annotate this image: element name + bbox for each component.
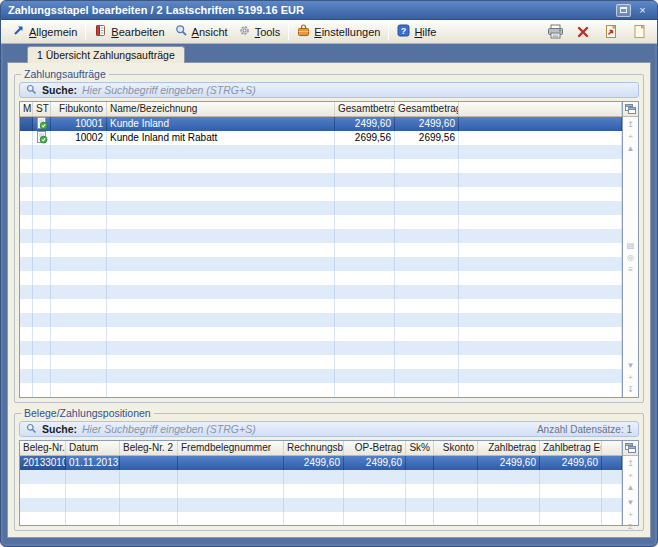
table-row-empty[interactable] <box>20 215 622 229</box>
cell <box>395 285 459 299</box>
sum-button[interactable]: Σ <box>628 521 633 532</box>
column-header-Zahlbetrag[interactable]: Zahlbetrag <box>478 441 540 455</box>
cell <box>51 257 107 271</box>
column-header-Beleg-Nr.[interactable]: Beleg-Nr. <box>20 441 66 455</box>
cell <box>284 512 344 525</box>
scroll-to-top-button[interactable]: ↥ <box>627 119 634 130</box>
append-row-button[interactable]: + <box>628 372 633 383</box>
table-row-empty[interactable] <box>20 299 622 313</box>
cell <box>33 299 51 313</box>
table-row-empty[interactable] <box>20 313 622 327</box>
insert-row-button[interactable]: + <box>628 470 633 481</box>
menu-tools[interactable]: Tools <box>233 22 286 41</box>
cell <box>434 498 478 512</box>
positions-grid-nav-strip: ↥ + ▲ ▼ + Σ <box>622 440 639 526</box>
move-down-button[interactable]: ▼ <box>627 497 635 508</box>
append-row-button[interactable]: + <box>628 509 633 520</box>
column-header-ST[interactable]: ST <box>33 102 51 116</box>
table-row-empty[interactable] <box>20 159 622 173</box>
table-row-empty[interactable] <box>20 243 622 257</box>
table-row-empty[interactable] <box>20 285 622 299</box>
sort-button[interactable]: ≡ <box>628 264 633 275</box>
cell <box>120 498 178 512</box>
table-row-empty[interactable] <box>20 355 622 369</box>
table-row-empty[interactable] <box>20 257 622 271</box>
cell <box>20 117 33 131</box>
column-header-Beleg-Nr. 2[interactable]: Beleg-Nr. 2 <box>120 441 178 455</box>
cell <box>20 173 33 187</box>
menu-ansicht[interactable]: Ansicht <box>170 22 233 41</box>
column-header-Name/Bezeichnung[interactable]: Name/Bezeichnung <box>107 102 335 116</box>
table-row-empty[interactable] <box>20 229 622 243</box>
menu-einstellungen[interactable]: Einstellungen <box>292 22 385 41</box>
delete-button[interactable] <box>574 23 592 41</box>
grid-view-button[interactable]: ▤ <box>627 240 635 251</box>
cell <box>459 257 622 271</box>
move-up-button[interactable]: ▲ <box>627 482 635 493</box>
cell <box>178 484 284 498</box>
scroll-to-top-button[interactable]: ↥ <box>627 458 634 469</box>
table-row-empty[interactable] <box>20 327 622 341</box>
cell <box>20 131 33 145</box>
column-header-Sk%[interactable]: Sk% <box>406 441 434 455</box>
table-row-empty[interactable] <box>20 383 622 397</box>
column-header-Gesamtbetrag[interactable]: Gesamtbetrag <box>335 102 395 116</box>
menu-allgemein[interactable]: Allgemein <box>7 22 82 41</box>
table-row-empty[interactable] <box>20 187 622 201</box>
table-row-empty[interactable] <box>20 341 622 355</box>
table-row-empty[interactable] <box>20 145 622 159</box>
table-row-empty[interactable] <box>20 271 622 285</box>
move-up-button[interactable]: ▲ <box>627 143 635 154</box>
close-window-button[interactable]: × <box>635 4 650 17</box>
table-row-empty[interactable] <box>20 512 622 525</box>
print-button[interactable] <box>546 23 564 41</box>
column-header-Fibukonto[interactable]: Fibukonto <box>51 102 107 116</box>
column-header-spacer[interactable] <box>459 102 622 116</box>
table-row[interactable]: 10001Kunde Inland2499,602499,60 <box>20 117 622 131</box>
table-row-empty[interactable] <box>20 498 622 512</box>
column-header-Skonto[interactable]: Skonto <box>434 441 478 455</box>
cell <box>395 145 459 159</box>
column-header-Gesamtbetrag Euro[interactable]: Gesamtbetrag Euro <box>395 102 459 116</box>
cell <box>20 285 33 299</box>
move-down-button[interactable]: ▼ <box>627 360 635 371</box>
table-row-empty[interactable] <box>20 369 622 383</box>
search-in-grid-button[interactable]: ◎ <box>627 252 634 263</box>
cell: 20133010 <box>20 456 66 470</box>
column-header-M[interactable]: M <box>20 102 33 116</box>
export-document-button[interactable] <box>602 23 620 41</box>
insert-row-button[interactable]: + <box>628 131 633 142</box>
content-area: 1 Übersicht Zahlungsaufträge Zahlungsauf… <box>1 44 657 546</box>
column-header-spacer[interactable] <box>602 441 622 455</box>
column-header-Rechnungsbetrag[interactable]: Rechnungsbetrag <box>284 441 344 455</box>
cell <box>395 215 459 229</box>
cell <box>602 484 622 498</box>
cell <box>20 229 33 243</box>
table-row-empty[interactable] <box>20 484 622 498</box>
scroll-to-bottom-button[interactable]: ↧ <box>627 384 634 395</box>
column-header-OP-Betrag[interactable]: OP-Betrag <box>344 441 406 455</box>
table-row-empty[interactable] <box>20 470 622 484</box>
new-document-button[interactable] <box>630 23 648 41</box>
cell <box>395 383 459 397</box>
restore-window-button[interactable] <box>616 4 631 17</box>
table-row[interactable]: 2013301001.11.2013 /Fr2499,602499,602499… <box>20 456 622 470</box>
cell <box>120 470 178 484</box>
menu-bearbeiten[interactable]: Bearbeiten <box>89 22 169 41</box>
column-header-Fremdbelegnummer[interactable]: Fremdbelegnummer <box>178 441 284 455</box>
cell <box>335 341 395 355</box>
tab-uebersicht-zahlungsauftraege[interactable]: 1 Übersicht Zahlungsaufträge <box>27 46 185 63</box>
menu-hilfe[interactable]: ? Hilfe <box>392 22 441 41</box>
cell <box>178 512 284 525</box>
table-row-empty[interactable] <box>20 201 622 215</box>
column-chooser-button[interactable] <box>623 441 638 456</box>
column-header-Datum[interactable]: Datum <box>66 441 120 455</box>
column-chooser-button[interactable] <box>623 102 638 117</box>
cell <box>33 355 51 369</box>
table-row-empty[interactable] <box>20 173 622 187</box>
positions-search-bar[interactable]: Suche: Hier Suchbegriff eingeben (STRG+S… <box>19 421 639 437</box>
cell <box>20 215 33 229</box>
table-row[interactable]: 10002Kunde Inland mit Rabatt2699,562699,… <box>20 131 622 145</box>
payments-search-bar[interactable]: Suche: Hier Suchbegriff eingeben (STRG+S… <box>19 82 639 98</box>
column-header-Zahlbetrag Euro[interactable]: Zahlbetrag Euro <box>540 441 602 455</box>
